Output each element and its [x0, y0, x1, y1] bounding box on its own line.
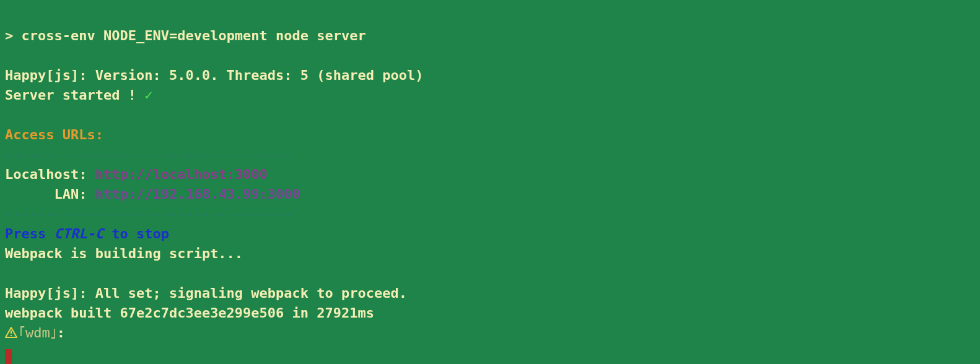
- happy-allset-line: Happy[js]: All set; signaling webpack to…: [5, 285, 407, 301]
- webpack-built-line: webpack built 67e2c7dc3ee3e299e506 in 27…: [5, 305, 374, 321]
- localhost-label: Localhost:: [5, 167, 95, 182]
- wdm-label: ｢wdm｣: [19, 325, 57, 340]
- cursor-block: [5, 349, 12, 364]
- press-suffix: to stop: [103, 226, 169, 241]
- wdm-colon: :: [57, 325, 74, 340]
- access-urls-heading: Access URLs:: [5, 127, 103, 142]
- server-started-line: Server started !: [5, 87, 144, 103]
- ctrl-c-text: CTRL-C: [54, 226, 103, 241]
- divider-line: -----------------------------------: [5, 206, 292, 222]
- svg-rect-2: [11, 335, 12, 336]
- checkmark-icon: ✓: [144, 87, 152, 103]
- happy-version-line: Happy[js]: Version: 5.0.0. Threads: 5 (s…: [5, 67, 424, 83]
- divider-line: -----------------------------------: [5, 147, 292, 162]
- lan-label: LAN:: [5, 186, 95, 202]
- prompt-symbol: >: [5, 28, 22, 43]
- localhost-url: http://localhost:3000: [95, 167, 268, 182]
- command-line: cross-env NODE_ENV=development node serv…: [22, 28, 366, 43]
- terminal-output[interactable]: > cross-env NODE_ENV=development node se…: [0, 0, 980, 364]
- webpack-building-line: Webpack is building script...: [5, 246, 243, 261]
- warning-icon: [5, 327, 17, 338]
- press-prefix: Press: [5, 226, 54, 241]
- svg-rect-1: [11, 331, 12, 334]
- lan-url: http://192.168.43.99:3000: [95, 186, 300, 202]
